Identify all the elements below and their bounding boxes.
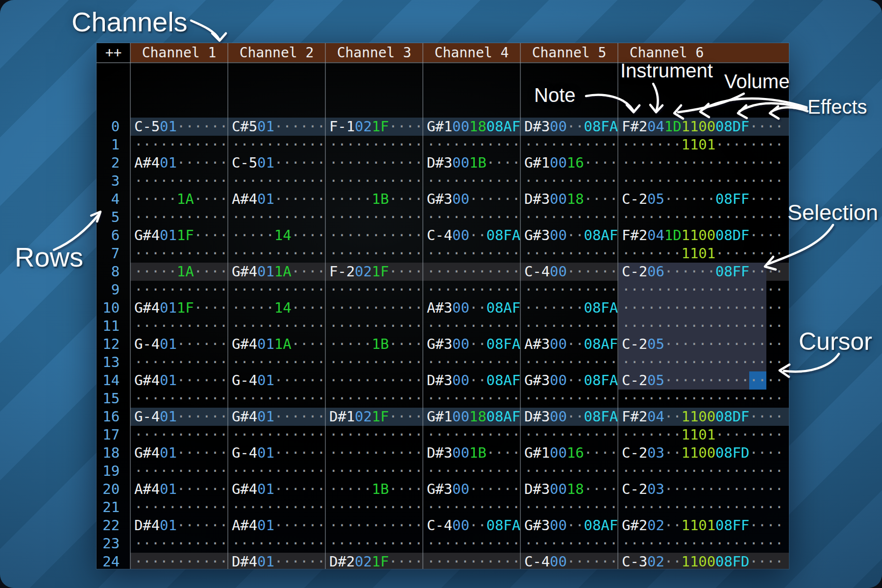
- pattern-cell[interactable]: C-400······: [520, 263, 618, 281]
- pattern-cell[interactable]: G#1001808AF: [423, 408, 520, 426]
- pattern-cell[interactable]: ···········: [130, 462, 228, 480]
- pattern-cell[interactable]: ···················: [618, 498, 789, 516]
- pattern-cell[interactable]: G#202··110108FF····: [618, 516, 789, 535]
- pattern-cell[interactable]: ···········: [520, 462, 618, 480]
- pattern-cell[interactable]: ···········: [423, 426, 520, 444]
- pattern-cell[interactable]: ···········: [228, 136, 325, 154]
- pattern-cell[interactable]: C-203··············: [618, 480, 789, 498]
- pattern-cell[interactable]: ···········: [130, 136, 228, 154]
- pattern-cell[interactable]: ···········: [520, 281, 618, 299]
- pattern-cell[interactable]: ···········: [130, 245, 228, 263]
- pattern-cell[interactable]: ···········: [520, 535, 618, 553]
- pattern-cell[interactable]: D#30018····: [520, 190, 618, 208]
- pattern-cell[interactable]: ···········: [130, 281, 228, 299]
- pattern-cell[interactable]: ···········: [228, 462, 325, 480]
- pattern-cell[interactable]: G-401······: [228, 444, 325, 462]
- pattern-cell[interactable]: G#4011F····: [130, 226, 228, 245]
- pattern-cell[interactable]: ···········: [325, 498, 423, 516]
- pattern-cell[interactable]: ···········: [130, 553, 228, 569]
- pattern-cell[interactable]: C-205··············: [618, 335, 789, 353]
- pattern-cell[interactable]: ···········: [325, 281, 423, 299]
- pattern-cell[interactable]: ···················: [618, 208, 789, 226]
- pattern-cell[interactable]: D#300··08FA: [520, 118, 618, 136]
- pattern-cell[interactable]: C-400··08FA: [423, 226, 520, 245]
- pattern-cell[interactable]: ···········: [130, 498, 228, 516]
- pattern-cell[interactable]: ···········: [423, 281, 520, 299]
- pattern-cell[interactable]: F#204··110008DF····: [618, 408, 789, 426]
- pattern-cell[interactable]: G-401······: [130, 335, 228, 353]
- pattern-cell[interactable]: D#3001B····: [423, 154, 520, 172]
- pattern-cell[interactable]: D#300··08FA: [520, 408, 618, 426]
- channel-header[interactable]: Channel 5: [520, 43, 618, 62]
- pattern-cell[interactable]: ·····1A····: [130, 263, 228, 281]
- pattern-cell[interactable]: D#300··08AF: [423, 371, 520, 390]
- pattern-cell[interactable]: C-501······: [130, 118, 228, 136]
- pattern-cell[interactable]: ···········: [423, 136, 520, 154]
- pattern-cell[interactable]: D#401······: [130, 516, 228, 535]
- pattern-cell[interactable]: ·····1B····: [325, 190, 423, 208]
- pattern-cell[interactable]: ···········: [228, 317, 325, 335]
- pattern-cell[interactable]: ···········: [130, 353, 228, 371]
- pattern-cell[interactable]: G#300··08FA: [423, 335, 520, 353]
- pattern-cell[interactable]: ···················: [618, 353, 789, 371]
- pattern-cell[interactable]: D#30018····: [520, 480, 618, 498]
- pattern-cell[interactable]: ···················: [618, 172, 789, 190]
- pattern-cell[interactable]: ···········: [520, 172, 618, 190]
- pattern-cell[interactable]: ···················: [618, 462, 789, 480]
- pattern-rows[interactable]: 0C-501······C#501······F-1021F····G#1001…: [97, 118, 789, 569]
- pattern-cell[interactable]: ·····1A····: [130, 190, 228, 208]
- pattern-cell[interactable]: ···········: [520, 317, 618, 335]
- pattern-cell[interactable]: ···················: [618, 390, 789, 408]
- pattern-cell[interactable]: ···········: [325, 535, 423, 553]
- pattern-cell[interactable]: ···········: [423, 553, 520, 569]
- pattern-cell[interactable]: ···········: [228, 498, 325, 516]
- pattern-cell[interactable]: ···········: [325, 516, 423, 535]
- pattern-cell[interactable]: ···········: [423, 172, 520, 190]
- pattern-cell[interactable]: G-401······: [228, 371, 325, 390]
- pattern-cell[interactable]: C-205······08FF····: [618, 190, 789, 208]
- pattern-cell[interactable]: ···················: [618, 535, 789, 553]
- pattern-cell[interactable]: ···········: [325, 462, 423, 480]
- pattern-cell[interactable]: A#300··08AF: [520, 335, 618, 353]
- pattern-cell[interactable]: G-401······: [130, 408, 228, 426]
- pattern-cell[interactable]: ·······1101········: [618, 136, 789, 154]
- channel-header[interactable]: Channel 1: [130, 43, 228, 62]
- pattern-cell[interactable]: ···········: [423, 208, 520, 226]
- pattern-cell[interactable]: ···················: [618, 154, 789, 172]
- pattern-cell[interactable]: ···········: [423, 245, 520, 263]
- pattern-cell[interactable]: ···········: [325, 353, 423, 371]
- pattern-cell[interactable]: C-501······: [228, 154, 325, 172]
- pattern-cell[interactable]: G#401······: [130, 444, 228, 462]
- pattern-cell[interactable]: ·······1101········: [618, 245, 789, 263]
- pattern-cell[interactable]: ···········: [228, 281, 325, 299]
- pattern-cell[interactable]: ···········: [423, 535, 520, 553]
- pattern-cell[interactable]: G#401······: [228, 408, 325, 426]
- pattern-cell[interactable]: ···········: [325, 426, 423, 444]
- pattern-cell[interactable]: D#2021F····: [325, 553, 423, 569]
- pattern-cell[interactable]: G#300··08AF: [520, 516, 618, 535]
- pattern-cell[interactable]: G#4011F····: [130, 299, 228, 317]
- pattern-cell[interactable]: ···········: [130, 390, 228, 408]
- pattern-cell[interactable]: G#300······: [423, 480, 520, 498]
- pattern-cell[interactable]: A#300··08AF: [423, 299, 520, 317]
- pattern-cell[interactable]: ···········: [325, 371, 423, 390]
- pattern-cell[interactable]: ···········: [130, 535, 228, 553]
- pattern-cell[interactable]: ···········: [520, 390, 618, 408]
- pattern-cell[interactable]: ···········: [228, 208, 325, 226]
- pattern-cell[interactable]: A#401······: [130, 154, 228, 172]
- pattern-cell[interactable]: D#1021F····: [325, 408, 423, 426]
- pattern-cell[interactable]: ···········: [130, 426, 228, 444]
- pattern-cell[interactable]: ···········: [325, 444, 423, 462]
- pattern-cell[interactable]: C-203··110008FD····: [618, 444, 789, 462]
- pattern-cell[interactable]: ···················: [618, 281, 789, 299]
- pattern-cell[interactable]: D#401······: [228, 553, 325, 569]
- pattern-cell[interactable]: G#300······: [423, 190, 520, 208]
- pattern-cell[interactable]: ···················: [618, 317, 789, 335]
- pattern-cell[interactable]: G#300··08AF: [520, 226, 618, 245]
- pattern-cell[interactable]: ·······1101········: [618, 426, 789, 444]
- pattern-cell[interactable]: ···········: [423, 498, 520, 516]
- pattern-cell[interactable]: C-302··110008FD····: [618, 553, 789, 569]
- pattern-cell[interactable]: G#10016····: [520, 154, 618, 172]
- pattern-cell[interactable]: A#401······: [130, 480, 228, 498]
- pattern-cell[interactable]: ···········: [325, 245, 423, 263]
